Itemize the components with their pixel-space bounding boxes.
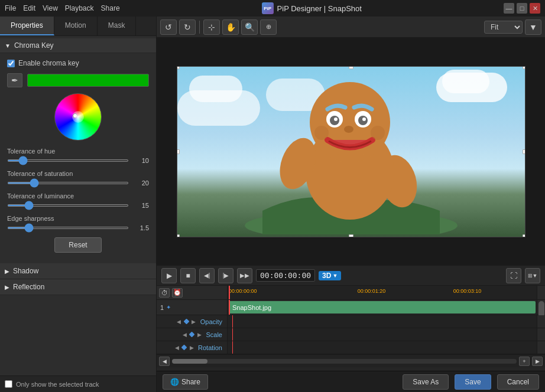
track-row-1: 1 ✦ SnapShot.jpg bbox=[157, 300, 545, 315]
menu-playback[interactable]: Playback bbox=[65, 4, 94, 12]
show-selected-track-checkbox[interactable] bbox=[5, 380, 12, 388]
color-wheel[interactable] bbox=[54, 93, 102, 141]
stop-button[interactable]: ■ bbox=[180, 268, 196, 283]
properties-area: ▼ Chroma Key Enable chroma key ✒ bbox=[0, 36, 156, 375]
eyedropper-button[interactable]: ✒ bbox=[7, 73, 22, 87]
fit-select[interactable]: Fit 50% 100% 200% bbox=[484, 21, 523, 34]
playhead-header bbox=[229, 286, 230, 299]
cancel-button[interactable]: Cancel bbox=[497, 374, 539, 390]
prev-frame-button[interactable]: ◀| bbox=[199, 268, 215, 283]
param-scale-content bbox=[228, 328, 537, 341]
edge-sharpness-slider-group: Edge sharpness 1.5 bbox=[7, 215, 149, 231]
timeline-scrollbar[interactable] bbox=[172, 359, 517, 364]
param-scale-controls: ◀ ▶ bbox=[180, 331, 203, 339]
rotation-prev-keyframe[interactable]: ◀ bbox=[173, 344, 181, 352]
add-keyframe-button[interactable]: + bbox=[519, 357, 530, 366]
svg-point-14 bbox=[371, 126, 385, 140]
rotation-next-keyframe[interactable]: ▶ bbox=[187, 344, 196, 352]
scale-prev-keyframe[interactable]: ◀ bbox=[180, 331, 189, 339]
handle-top-center[interactable] bbox=[349, 66, 353, 69]
color-swatch[interactable] bbox=[27, 74, 149, 87]
zoom-out-button[interactable]: 🔍 bbox=[241, 19, 258, 35]
opacity-prev-keyframe[interactable]: ◀ bbox=[175, 318, 183, 326]
maximize-button[interactable]: □ bbox=[517, 3, 527, 14]
scale-keyframe-diamond[interactable] bbox=[189, 332, 195, 338]
menu-edit[interactable]: Edit bbox=[23, 4, 35, 12]
reflection-section-header[interactable]: ▶ Reflection bbox=[0, 279, 156, 295]
chroma-key-header[interactable]: ▼ Chroma Key bbox=[0, 38, 156, 53]
rotation-playhead bbox=[232, 341, 233, 354]
handle-top-left[interactable] bbox=[177, 66, 180, 69]
fullscreen-button[interactable]: ⛶ bbox=[506, 268, 521, 283]
opacity-keyframe-diamond[interactable] bbox=[183, 319, 189, 325]
timeline-keyframe-button[interactable]: ⏰ bbox=[172, 288, 183, 298]
saturation-label: Tolerance of saturation bbox=[7, 170, 149, 177]
enable-chroma-row: Enable chroma key bbox=[7, 59, 149, 67]
zoom-in-button[interactable]: ⊕ bbox=[260, 19, 277, 35]
hue-slider[interactable] bbox=[7, 159, 129, 162]
snapshot-button[interactable]: ⊞▼ bbox=[525, 268, 540, 283]
luminance-slider-group: Tolerance of luminance 15 bbox=[7, 192, 149, 209]
undo-button[interactable]: ↺ bbox=[160, 19, 177, 35]
opacity-next-keyframe[interactable]: ▶ bbox=[190, 318, 198, 326]
opacity-playhead bbox=[232, 315, 233, 328]
fit-dropdown-button[interactable]: ▼ bbox=[525, 19, 541, 35]
handle-mid-left[interactable] bbox=[177, 149, 180, 154]
saturation-slider-group: Tolerance of saturation 20 bbox=[7, 170, 149, 187]
scale-scroll bbox=[537, 328, 545, 341]
shadow-section-header[interactable]: ▶ Shadow bbox=[0, 263, 156, 279]
close-button[interactable]: ✕ bbox=[530, 3, 540, 14]
3d-badge[interactable]: 3D ▼ bbox=[319, 271, 341, 280]
play-button[interactable]: ▶ bbox=[161, 268, 177, 283]
timeline-scroll-left[interactable]: ◀ bbox=[159, 357, 170, 366]
gingerbread-svg bbox=[233, 69, 469, 234]
fast-forward-button[interactable]: ▶▶ bbox=[237, 268, 252, 283]
track-1-content: SnapShot.jpg bbox=[228, 300, 537, 315]
handle-bottom-right[interactable] bbox=[523, 234, 525, 237]
reset-button[interactable]: Reset bbox=[54, 237, 102, 253]
left-panel: Properties Motion Mask ▼ Chroma Key Enab… bbox=[0, 17, 157, 392]
playback-bar: ▶ ■ ◀| |▶ ▶▶ 00:00:00:00 3D ▼ ⛶ ⊞▼ bbox=[157, 265, 545, 285]
timeline-scroll-right[interactable]: ▶ bbox=[532, 357, 543, 366]
tab-properties[interactable]: Properties bbox=[0, 17, 54, 35]
pan-tool-button[interactable]: ✋ bbox=[222, 19, 239, 35]
param-scale-row: ◀ ▶ Scale bbox=[157, 328, 545, 341]
title-bar: File Edit View Playback Share PiP PiP De… bbox=[0, 0, 545, 17]
rotation-keyframe-diamond[interactable] bbox=[181, 345, 187, 351]
next-frame-button[interactable]: |▶ bbox=[218, 268, 233, 283]
menu-file[interactable]: File bbox=[5, 4, 16, 12]
scale-next-keyframe[interactable]: ▶ bbox=[195, 331, 203, 339]
menu-share[interactable]: Share bbox=[101, 4, 120, 12]
handle-top-right[interactable] bbox=[523, 66, 525, 69]
shadow-arrow: ▶ bbox=[5, 268, 9, 275]
track-star-icon: ✦ bbox=[166, 304, 171, 311]
save-as-button[interactable]: Save As bbox=[403, 374, 449, 390]
share-globe-button[interactable]: 🌐 Save As Share bbox=[163, 374, 208, 390]
edge-sharpness-slider[interactable] bbox=[7, 227, 129, 229]
enable-chroma-checkbox[interactable] bbox=[7, 60, 15, 67]
save-button[interactable]: Save bbox=[455, 374, 491, 390]
tab-bar: Properties Motion Mask bbox=[0, 17, 156, 36]
handle-bottom-left[interactable] bbox=[177, 234, 180, 237]
redo-button[interactable]: ↻ bbox=[179, 19, 196, 35]
reflection-label: Reflection bbox=[13, 283, 44, 291]
window-controls[interactable]: — □ ✕ bbox=[504, 3, 540, 14]
reflection-arrow: ▶ bbox=[5, 284, 9, 290]
param-rotation-label: ◀ ▶ Rotation bbox=[157, 341, 228, 354]
luminance-slider[interactable] bbox=[7, 204, 129, 207]
timeline-clock-button[interactable]: ⏱ bbox=[159, 288, 170, 298]
timeline-scrollbar-thumb[interactable] bbox=[172, 359, 207, 364]
track-clip[interactable]: SnapShot.jpg bbox=[229, 301, 536, 313]
hue-label: Tolerance of hue bbox=[7, 148, 149, 155]
select-tool-button[interactable]: ⊹ bbox=[203, 19, 220, 35]
param-opacity-controls: ◀ ▶ bbox=[175, 318, 198, 326]
tab-motion[interactable]: Motion bbox=[54, 17, 98, 35]
handle-bottom-center[interactable] bbox=[349, 234, 353, 237]
chroma-key-arrow: ▼ bbox=[5, 43, 11, 49]
bottom-bar: Only show the selected track bbox=[0, 375, 156, 392]
minimize-button[interactable]: — bbox=[504, 3, 514, 14]
saturation-slider[interactable] bbox=[7, 182, 129, 184]
menu-view[interactable]: View bbox=[43, 4, 58, 12]
handle-mid-right[interactable] bbox=[523, 149, 525, 154]
tab-mask[interactable]: Mask bbox=[98, 17, 137, 35]
